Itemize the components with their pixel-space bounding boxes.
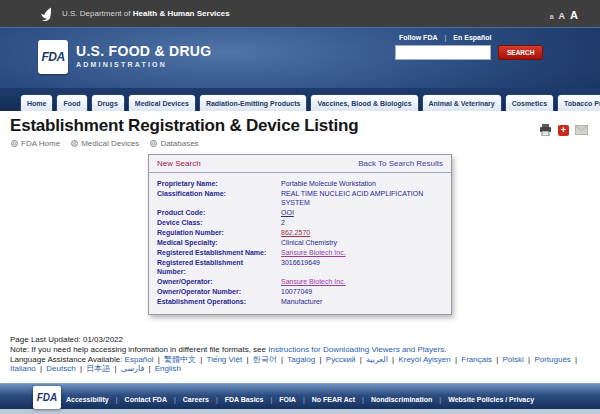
fda-logo[interactable]: FDA xyxy=(38,40,68,74)
language-link-15[interactable]: English xyxy=(155,364,181,373)
breadcrumb-item-databases[interactable]: Databases xyxy=(150,139,198,148)
language-link-13[interactable]: 日本語 xyxy=(86,364,110,373)
table-row-registered-establishment-number: Registered Establishment Number:30166196… xyxy=(157,258,443,276)
language-link-1[interactable]: 繁體中文 xyxy=(164,355,196,364)
follow-fda-link[interactable]: Follow FDA xyxy=(399,34,438,41)
language-separator: | xyxy=(390,355,397,364)
footer-link-fda-basics[interactable]: FDA Basics xyxy=(225,396,264,403)
language-link-11[interactable]: Italiano xyxy=(10,364,36,373)
field-value: Clinical Chemistry xyxy=(281,238,443,247)
email-icon[interactable] xyxy=(575,125,588,135)
field-label: Owner/Operator Number: xyxy=(157,287,281,296)
viewers-players-link[interactable]: Instructions for Downloading Viewers and… xyxy=(268,345,444,354)
language-separator: | xyxy=(526,355,533,364)
printer-icon[interactable] xyxy=(539,124,552,136)
en-espanol-link[interactable]: En Español xyxy=(453,34,491,41)
language-separator: | xyxy=(78,364,85,373)
language-link-5[interactable]: Русский xyxy=(326,355,356,364)
text-size-control-0[interactable]: a xyxy=(550,13,554,20)
search-button[interactable]: SEARCH xyxy=(498,45,543,60)
fda-header: FDA U.S. FOOD & DRUG ADMINISTRATION Foll… xyxy=(0,27,600,88)
field-value: 3016619649 xyxy=(281,258,443,276)
breadcrumb-item-medical-devices[interactable]: Medical Devices xyxy=(71,139,139,148)
nav-tab-food[interactable]: Food xyxy=(56,94,87,111)
nav-tab-vaccines-blood-biologics[interactable]: Vaccines, Blood & Biologics xyxy=(310,94,418,111)
field-label: Establishment Operations: xyxy=(157,297,281,306)
field-label: Proprietary Name: xyxy=(157,179,281,188)
field-label: Medical Specialty: xyxy=(157,238,281,247)
breadcrumb-item-fda-home[interactable]: FDA Home xyxy=(11,139,60,148)
language-link-6[interactable]: العربية xyxy=(366,355,388,364)
language-link-3[interactable]: 한국어 xyxy=(253,355,277,364)
footer-link-separator: | xyxy=(303,396,305,403)
table-row-registered-establishment-name: Registered Establishment Name:Sansure Bi… xyxy=(157,248,443,257)
table-row-device-class: Device Class:2 xyxy=(157,218,443,227)
language-link-12[interactable]: Deutsch xyxy=(46,364,75,373)
page-title: Establishment Registration & Device List… xyxy=(10,116,600,136)
language-separator: | xyxy=(573,355,577,364)
field-value-link-ooi[interactable]: OOI xyxy=(281,209,294,216)
table-row-medical-specialty: Medical Specialty:Clinical Chemistry xyxy=(157,238,443,247)
nav-tab-tobacco-products[interactable]: Tobacco Products xyxy=(557,94,600,111)
nav-tab-cosmetics[interactable]: Cosmetics xyxy=(505,94,554,111)
language-link-9[interactable]: Polski xyxy=(503,355,524,364)
footer-link-nondiscrimination[interactable]: Nondiscrimination xyxy=(371,396,432,403)
field-value: 10077049 xyxy=(281,287,443,296)
footer-link-no-fear-act[interactable]: No FEAR Act xyxy=(312,396,355,403)
search-input[interactable] xyxy=(395,45,491,60)
footer-link-contact-fda[interactable]: Contact FDA xyxy=(125,396,167,403)
language-link-4[interactable]: Tagalog xyxy=(287,355,315,364)
language-separator: | xyxy=(198,355,205,364)
language-separator: | xyxy=(317,355,324,364)
field-label: Regulation Number: xyxy=(157,228,281,237)
field-label: Classification Name: xyxy=(157,189,281,207)
language-link-7[interactable]: Kreyòl Ayisyen xyxy=(398,355,450,364)
language-link-14[interactable]: فارسی xyxy=(121,364,145,373)
table-row-regulation-number: Regulation Number:862.2570 xyxy=(157,228,443,237)
text-size-control-2[interactable]: A xyxy=(570,9,578,21)
share-icon[interactable]: + xyxy=(558,125,569,136)
text-size-controls: aAA xyxy=(545,5,578,23)
footer-link-foia[interactable]: FOIA xyxy=(279,396,296,403)
field-label: Owner/Operator: xyxy=(157,277,281,286)
header-divider: | xyxy=(445,34,447,41)
footer-link-separator: | xyxy=(362,396,364,403)
field-label: Device Class: xyxy=(157,218,281,227)
field-value-link-862-2570[interactable]: 862.2570 xyxy=(281,229,310,236)
breadcrumb-bullet-icon xyxy=(150,140,157,147)
file-formats-note: Note: If you need help accessing informa… xyxy=(10,345,592,355)
text-size-control-1[interactable]: A xyxy=(559,11,566,21)
bottom-strip xyxy=(0,409,600,414)
field-label: Registered Establishment Name: xyxy=(157,248,281,257)
table-row-owner-operator: Owner/Operator:Sansure Biotech Inc. xyxy=(157,277,443,286)
field-value: Portable Molecule Workstation xyxy=(281,179,443,188)
footer-link-website-policies-privacy[interactable]: Website Policies / Privacy xyxy=(448,396,534,403)
table-row-proprietary-name: Proprietary Name:Portable Molecule Works… xyxy=(157,179,443,188)
back-to-search-results-link[interactable]: Back To Search Results xyxy=(358,159,443,168)
language-link-0[interactable]: Español xyxy=(125,355,154,364)
new-search-link[interactable]: New Search xyxy=(157,159,201,168)
language-link-8[interactable]: Français xyxy=(461,355,492,364)
field-value-link-sansure-biotech-inc[interactable]: Sansure Biotech Inc. xyxy=(281,249,346,256)
footer-link-accessibility[interactable]: Accessibility xyxy=(66,396,109,403)
footer-fda-logo[interactable]: FDA xyxy=(33,386,61,409)
nav-tab-drugs[interactable]: Drugs xyxy=(91,94,125,111)
table-row-owner-operator-number: Owner/Operator Number:10077049 xyxy=(157,287,443,296)
device-detail-table: Proprietary Name:Portable Molecule Works… xyxy=(149,173,451,314)
footer-link-careers[interactable]: Careers xyxy=(183,396,209,403)
footer-link-separator: | xyxy=(439,396,441,403)
nav-tab-home[interactable]: Home xyxy=(20,94,53,111)
language-separator: | xyxy=(112,364,119,373)
language-link-10[interactable]: Português xyxy=(534,355,570,364)
language-separator: | xyxy=(244,355,251,364)
nav-tab-animal-veterinary[interactable]: Animal & Veterinary xyxy=(422,94,502,111)
field-value-link-sansure-biotech-inc[interactable]: Sansure Biotech Inc. xyxy=(281,278,346,285)
nav-tab-radiation-emitting-products[interactable]: Radiation-Emitting Products xyxy=(199,94,308,111)
nav-tab-medical-devices[interactable]: Medical Devices xyxy=(128,94,196,111)
breadcrumb-bullet-icon xyxy=(71,140,78,147)
field-value: Sansure Biotech Inc. xyxy=(281,277,443,286)
fda-brand-text: U.S. FOOD & DRUG ADMINISTRATION xyxy=(76,43,211,68)
breadcrumb-label: Databases xyxy=(160,139,198,148)
language-link-2[interactable]: Tiếng Việt xyxy=(207,355,243,364)
footer-link-separator: | xyxy=(116,396,118,403)
